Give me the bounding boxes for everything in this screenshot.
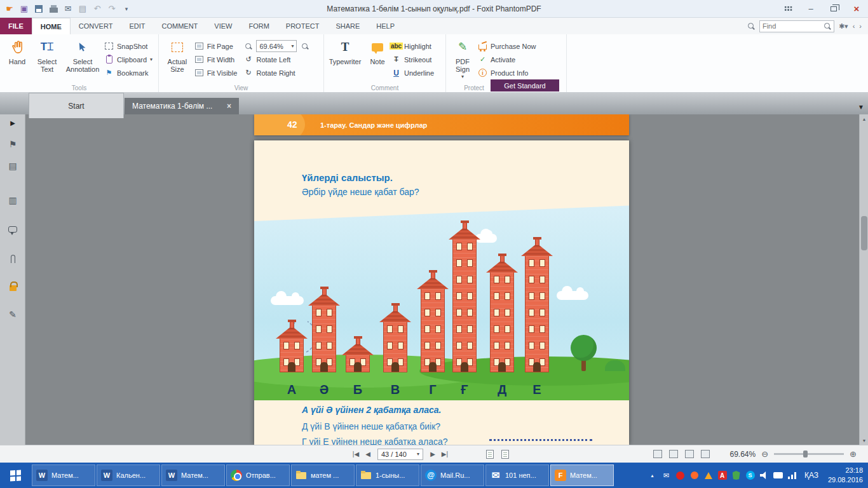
tray-record-icon[interactable] [689, 471, 699, 480]
email-icon[interactable]: ✉ [62, 3, 74, 15]
tab-share[interactable]: SHARE [327, 18, 368, 34]
product-info-button[interactable]: i Product Info [478, 67, 536, 78]
scroll-down-icon[interactable]: ▼ [860, 436, 868, 445]
last-page-icon[interactable]: ▶| [440, 451, 450, 458]
tab-edit[interactable]: EDIT [121, 18, 153, 34]
restore-button[interactable] [822, 0, 845, 17]
next-page-icon[interactable]: ▶ [428, 451, 438, 458]
tray-shield-icon[interactable] [731, 471, 741, 480]
taskbar-item-foxit-active[interactable]: FМатем... [550, 464, 614, 486]
continuous-view-icon[interactable] [685, 450, 694, 458]
taskbar-item-folder-1[interactable]: матем ... [291, 464, 355, 486]
undo-icon[interactable]: ↶ [91, 3, 104, 15]
taskbar-item-mailru[interactable]: @Mail.Ru... [421, 464, 484, 486]
doc-tab-active[interactable]: Математика 1-бөлім ... × [125, 98, 239, 114]
docbar-menu-caret-icon[interactable]: ▼ [858, 104, 864, 111]
taskbar-clock[interactable]: 23:18 29.08.2016 [828, 466, 863, 485]
rotate-right-button[interactable]: ↻ Rotate Right [243, 67, 321, 78]
tray-warning-icon[interactable] [703, 471, 713, 480]
single-page-view-icon[interactable] [653, 450, 662, 458]
document-canvas[interactable]: 42 1-тарау. Сандар және цифрлар Үйлерді … [25, 114, 859, 445]
tab-view[interactable]: VIEW [206, 18, 240, 34]
taskbar-item-word-2[interactable]: WКальен... [97, 464, 160, 486]
doc-tab-close-icon[interactable]: × [227, 102, 231, 111]
tray-volume-icon[interactable] [759, 471, 769, 480]
next-view-icon[interactable] [501, 450, 509, 459]
find-input[interactable] [763, 22, 824, 30]
doc-tab-start[interactable]: Start [29, 93, 124, 118]
language-indicator[interactable]: ҚАЗ [804, 471, 818, 480]
taskbar-item-mail[interactable]: ✉101 неп... [485, 464, 549, 486]
zoom-out-statusbar-icon[interactable]: ⊖ [761, 449, 768, 459]
taskbar-item-word-3[interactable]: WМатем... [161, 464, 225, 486]
find-submit-icon[interactable] [824, 22, 831, 30]
tab-comment[interactable]: COMMENT [154, 18, 207, 34]
previous-view-icon[interactable] [486, 450, 494, 459]
tab-protect[interactable]: PROTECT [278, 18, 328, 34]
taskbar-item-chrome[interactable]: Отправ... [226, 464, 290, 486]
first-page-icon[interactable]: |◀ [351, 451, 361, 458]
strikeout-button[interactable]: T Strikeout [391, 54, 434, 65]
ribbon-collapse-right-icon[interactable]: › [859, 22, 862, 30]
panel-expand-icon[interactable]: ▶ [0, 116, 25, 130]
tray-skype-icon[interactable]: S [745, 471, 755, 480]
customize-qat-caret-icon[interactable]: ▾ [120, 3, 133, 15]
comments-panel-icon[interactable] [0, 220, 25, 239]
print-icon[interactable] [47, 3, 60, 15]
hidden-icons-chevron-icon[interactable]: ▴ [648, 471, 657, 480]
continuous-facing-view-icon[interactable] [701, 450, 710, 458]
vertical-scrollbar[interactable]: ▲ ▼ [859, 114, 868, 445]
minimize-button[interactable]: – [799, 0, 822, 17]
underline-button[interactable]: U Underline [391, 67, 434, 78]
hand-tool-icon[interactable]: ☛ [3, 3, 16, 15]
fit-visible-button[interactable]: Fit Visible [194, 67, 243, 78]
layers-panel-icon[interactable]: ▥ [0, 191, 25, 210]
actual-size-button[interactable]: Actual Size [161, 36, 193, 83]
zoom-combobox[interactable]: 69.64% ▾ [256, 40, 297, 52]
tray-antivirus-icon[interactable] [675, 471, 685, 480]
save-icon[interactable] [32, 3, 45, 15]
tab-help[interactable]: HELP [368, 18, 403, 34]
start-button[interactable] [0, 463, 31, 488]
signature-panel-icon[interactable]: ✎ [0, 305, 25, 324]
tray-network-icon[interactable] [787, 471, 797, 480]
bookmarks-panel-icon[interactable]: ⚑ [0, 135, 25, 154]
activate-button[interactable]: ✓ Activate [478, 54, 536, 65]
redo-icon[interactable]: ↷ [105, 3, 118, 15]
typewriter-button[interactable]: T Typewriter [327, 36, 363, 83]
scroll-up-icon[interactable]: ▲ [860, 114, 868, 123]
select-text-button[interactable]: T⌶ Select Text [33, 36, 61, 83]
zoom-slider-thumb[interactable] [803, 451, 808, 458]
attachments-panel-icon[interactable] [0, 249, 25, 268]
search-options-icon[interactable]: ✱▾ [839, 22, 848, 30]
select-annotation-button[interactable]: Select Annotation [62, 36, 103, 83]
tray-keyboard-icon[interactable] [773, 471, 783, 480]
zoom-in-statusbar-icon[interactable]: ⊕ [850, 449, 857, 459]
bookmark-button[interactable]: ⚑ Bookmark [104, 67, 153, 78]
taskbar-item-word-1[interactable]: WМатем... [32, 464, 95, 486]
security-panel-icon[interactable] [0, 277, 25, 296]
tab-convert[interactable]: CONVERT [71, 18, 121, 34]
page-thumbnails-panel-icon[interactable]: ▤ [0, 156, 25, 175]
tray-mail-icon[interactable]: ✉ [661, 471, 671, 480]
fit-width-button[interactable]: Fit Width [194, 54, 243, 65]
previous-page-icon[interactable]: ◀ [363, 451, 373, 458]
highlight-button[interactable]: abc Highlight [391, 41, 434, 51]
pdf-sign-button[interactable]: ✎ PDF Sign ▾ [449, 36, 477, 83]
snapshot-button[interactable]: SnapShot [104, 41, 153, 51]
clipboard-button[interactable]: Clipboard ▾ [104, 54, 153, 65]
rotate-left-button[interactable]: ↺ Rotate Left [243, 54, 321, 65]
page-number-box[interactable]: 43 / 140 ▾ [377, 449, 423, 460]
hand-button[interactable]: Hand [3, 36, 32, 83]
close-button[interactable]: × [845, 0, 868, 17]
scrollbar-thumb[interactable] [861, 216, 867, 250]
close-document-icon[interactable]: ▤ [76, 3, 89, 15]
zoom-slider[interactable] [774, 453, 844, 455]
fit-page-button[interactable]: Fit Page [194, 41, 243, 51]
tab-form[interactable]: FORM [240, 18, 277, 34]
note-button[interactable]: Note [365, 36, 390, 83]
apps-grid-icon[interactable] [776, 0, 799, 17]
ribbon-collapse-left-icon[interactable]: ‹ [853, 22, 855, 30]
clipboard-icon[interactable]: ▣ [18, 3, 31, 15]
zoom-out-icon[interactable] [243, 41, 253, 51]
